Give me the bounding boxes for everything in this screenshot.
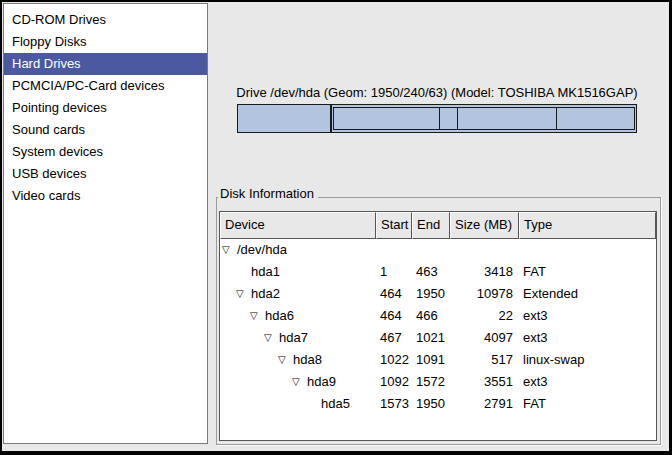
sidebar-item-usb-devices[interactable]: USB devices xyxy=(4,163,207,185)
drive-summary-label: Drive /dev/hda (Geom: 1950/240/63) (Mode… xyxy=(235,85,639,100)
partition-segment-hda7 xyxy=(334,108,440,129)
type-cell: ext3 xyxy=(519,327,656,349)
extended-partition-inner xyxy=(333,107,635,130)
start-cell: 464 xyxy=(376,283,412,305)
expander-icon[interactable]: ▽ xyxy=(264,327,279,349)
partition-row-hda1[interactable]: hda1 1 463 3418 FAT xyxy=(220,261,656,283)
size-cell xyxy=(450,239,519,261)
sidebar-item-hard-drives[interactable]: Hard Drives xyxy=(4,53,207,75)
end-cell xyxy=(412,239,450,261)
partition-table: Device Start End Size (MB) Type ▽ /dev/h… xyxy=(219,211,657,441)
device-name: hda7 xyxy=(279,327,308,349)
device-name: hda9 xyxy=(307,371,336,393)
device-name: hda8 xyxy=(293,349,322,371)
size-cell: 10978 xyxy=(450,283,519,305)
partition-row-hda9[interactable]: ▽ hda9 1092 1572 3551 ext3 xyxy=(220,371,656,393)
device-row-dev-hda[interactable]: ▽ /dev/hda xyxy=(220,239,656,261)
sidebar-item-sound-cards[interactable]: Sound cards xyxy=(4,119,207,141)
sidebar-item-video-cards[interactable]: Video cards xyxy=(4,185,207,207)
start-cell: 1092 xyxy=(376,371,412,393)
disk-information-title: Disk Information xyxy=(218,186,318,201)
device-name: hda5 xyxy=(321,393,350,415)
start-cell: 1 xyxy=(376,261,412,283)
type-cell: FAT xyxy=(519,393,656,415)
end-cell: 1950 xyxy=(412,283,450,305)
partition-row-hda7[interactable]: ▽ hda7 467 1021 4097 ext3 xyxy=(220,327,656,349)
sidebar-item-pcmcia-devices[interactable]: PCMCIA/PC-Card devices xyxy=(4,75,207,97)
size-cell: 517 xyxy=(450,349,519,371)
device-category-items: CD-ROM Drives Floppy Disks Hard Drives P… xyxy=(4,4,207,207)
expander-icon[interactable]: ▽ xyxy=(250,305,265,327)
start-cell: 1022 xyxy=(376,349,412,371)
device-name: hda6 xyxy=(265,305,294,327)
column-header-type[interactable]: Type xyxy=(519,212,656,239)
size-cell: 4097 xyxy=(450,327,519,349)
partition-row-hda8[interactable]: ▽ hda8 1022 1091 517 linux-swap xyxy=(220,349,656,371)
expander-icon[interactable]: ▽ xyxy=(278,349,293,371)
expander-icon[interactable]: ▽ xyxy=(222,239,237,261)
end-cell: 1021 xyxy=(412,327,450,349)
device-name: /dev/hda xyxy=(237,239,287,261)
type-cell xyxy=(519,239,656,261)
device-name: hda1 xyxy=(251,261,280,283)
end-cell: 1572 xyxy=(412,371,450,393)
size-cell: 3418 xyxy=(450,261,519,283)
type-cell: linux-swap xyxy=(519,349,656,371)
partition-segment-hda9 xyxy=(458,108,556,129)
type-cell: FAT xyxy=(519,261,656,283)
sidebar-item-cdrom-drives[interactable]: CD-ROM Drives xyxy=(4,9,207,31)
size-cell: 3551 xyxy=(450,371,519,393)
sidebar-item-pointing-devices[interactable]: Pointing devices xyxy=(4,97,207,119)
size-cell: 22 xyxy=(450,305,519,327)
size-cell: 2791 xyxy=(450,393,519,415)
start-cell: 467 xyxy=(376,327,412,349)
partition-segment-hda8 xyxy=(440,108,458,129)
partition-segment-hda2-extended xyxy=(332,105,636,132)
type-cell: ext3 xyxy=(519,371,656,393)
column-header-size[interactable]: Size (MB) xyxy=(450,212,519,239)
partition-table-body: ▽ /dev/hda hda1 1 463 3418 xyxy=(220,239,656,415)
start-cell: 1573 xyxy=(376,393,412,415)
start-cell xyxy=(376,239,412,261)
disk-information-groupbox: Disk Information Device Start End Size (… xyxy=(216,186,661,445)
column-header-start[interactable]: Start xyxy=(376,212,412,239)
partition-row-hda5[interactable]: hda5 1573 1950 2791 FAT xyxy=(220,393,656,415)
partition-segment-hda1 xyxy=(238,105,332,132)
expander-icon[interactable]: ▽ xyxy=(236,283,251,305)
partition-row-hda6[interactable]: ▽ hda6 464 466 22 ext3 xyxy=(220,305,656,327)
type-cell: Extended xyxy=(519,283,656,305)
sidebar-item-floppy-disks[interactable]: Floppy Disks xyxy=(4,31,207,53)
column-header-end[interactable]: End xyxy=(412,212,450,239)
end-cell: 1950 xyxy=(412,393,450,415)
device-category-list: CD-ROM Drives Floppy Disks Hard Drives P… xyxy=(3,3,208,444)
partition-row-hda2[interactable]: ▽ hda2 464 1950 10978 Extended xyxy=(220,283,656,305)
partition-segment-hda5 xyxy=(557,108,634,129)
start-cell: 464 xyxy=(376,305,412,327)
expander-icon[interactable]: ▽ xyxy=(292,371,307,393)
type-cell: ext3 xyxy=(519,305,656,327)
hardware-browser-window: CD-ROM Drives Floppy Disks Hard Drives P… xyxy=(0,0,672,455)
partition-bar xyxy=(237,104,637,133)
partition-table-header: Device Start End Size (MB) Type xyxy=(220,212,656,239)
sidebar-item-system-devices[interactable]: System devices xyxy=(4,141,207,163)
end-cell: 466 xyxy=(412,305,450,327)
end-cell: 1091 xyxy=(412,349,450,371)
end-cell: 463 xyxy=(412,261,450,283)
column-header-device[interactable]: Device xyxy=(220,212,376,239)
device-name: hda2 xyxy=(251,283,280,305)
